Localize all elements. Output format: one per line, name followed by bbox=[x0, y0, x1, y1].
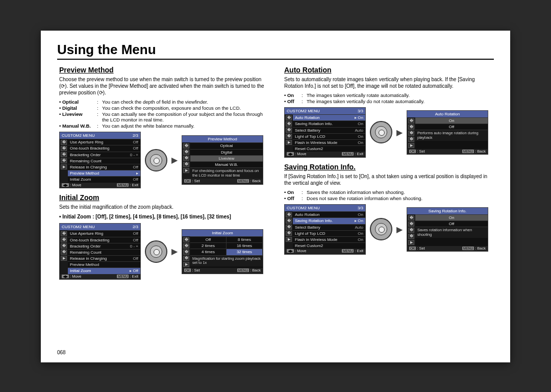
mode-tab-icon: � bbox=[61, 146, 67, 151]
lcd-custom2-preview: CUSTOM2 MENU2/3����▶Use Aperture RingOff… bbox=[59, 132, 141, 188]
mode-tab-icon: ▶ bbox=[61, 256, 67, 261]
menu-row: Release in ChargingOff bbox=[68, 255, 140, 261]
lcd-menu-list: Use Aperture RingOffOne-touch Bracketing… bbox=[68, 230, 140, 274]
lcd-title: Auto Rotation bbox=[407, 111, 488, 117]
mode-tab-icon: ▶ bbox=[408, 143, 414, 148]
zoom-option-cell: 4 times bbox=[190, 249, 227, 255]
arrow-right-icon: ▶ bbox=[396, 225, 403, 234]
lcd-option-list: OpticalDigitalLiveviewManual W.B.For che… bbox=[190, 142, 263, 179]
zoom-option-cell: 16 times bbox=[227, 242, 263, 249]
lcd-auto-rotation-sub: Auto Rotation����▶OnOffPerforms auto ima… bbox=[407, 110, 488, 155]
lcd-title: Initial Zoom bbox=[182, 230, 263, 236]
mode-tab-icon: � bbox=[183, 156, 189, 161]
lcd-mode-tabs: ����▶ bbox=[182, 236, 190, 268]
menu-row: Preview Method▸ bbox=[68, 170, 140, 176]
menu-row: Use Aperture RingOff bbox=[68, 139, 140, 145]
menu-row: Remaining Count bbox=[68, 249, 140, 255]
initial-zoom-screens: CUSTOM2 MENU2/3����▶Use Aperture RingOff… bbox=[59, 223, 269, 280]
saving-rotation-bullets: On:Saves the rotation information when s… bbox=[284, 189, 494, 201]
mode-tab-icon: � bbox=[61, 140, 67, 145]
mode-tab-icon: � bbox=[61, 231, 67, 236]
lcd-footer: OK: SetMENU: Back bbox=[182, 179, 263, 184]
mode-tab-icon: � bbox=[286, 218, 292, 224]
lcd-custom2-zoom: CUSTOM2 MENU2/3����▶Use Aperture RingOff… bbox=[59, 223, 141, 280]
menu-row: Initial ZoomOff bbox=[68, 176, 140, 182]
section-initial-zoom-heading: Initial Zoom bbox=[59, 193, 269, 202]
lcd-footer: ◀▶: MoveMENU: Exit bbox=[285, 249, 365, 254]
zoom-option-cell: 32 times bbox=[227, 249, 263, 255]
zoom-option-cell: 8 times bbox=[227, 236, 263, 242]
menu-row: Remaining Count bbox=[68, 158, 140, 164]
menu-row: Release in ChargingOff bbox=[68, 164, 140, 170]
mode-tab-icon: � bbox=[183, 162, 189, 167]
page-number: 068 bbox=[57, 350, 66, 355]
mode-tab-icon: ▶ bbox=[286, 237, 292, 242]
mode-tab-icon: � bbox=[408, 228, 414, 233]
lcd-footer: ◀▶: MoveMENU: Exit bbox=[60, 274, 140, 280]
mode-tab-icon: ▶ bbox=[183, 168, 189, 173]
option-row: Optical bbox=[190, 142, 263, 149]
preview-method-bullets: Optical:You can check the depth of field… bbox=[59, 99, 269, 129]
lcd-custom2-savingrotation: CUSTOM2 MENU3/3����▶Auto RotationOnSavin… bbox=[284, 204, 366, 255]
initial-zoom-options-label: Initial Zoom : bbox=[62, 214, 94, 219]
mode-tab-icon: � bbox=[286, 225, 292, 230]
right-column: Auto Rotation Sets to automatically rota… bbox=[282, 64, 494, 285]
lcd-mode-tabs: ����▶ bbox=[182, 142, 190, 179]
mode-tab-icon: � bbox=[408, 125, 414, 130]
lcd-help-text: Magnification for starting zoom playback… bbox=[190, 255, 263, 266]
lcd-zoom-grid: Off8 times2 times16 times4 times32 times… bbox=[190, 236, 263, 268]
menu-row: Light of Top LCDOn bbox=[293, 230, 365, 236]
mode-tab-icon: � bbox=[183, 256, 189, 261]
option-row: Off bbox=[415, 220, 488, 227]
menu-row: Reset Custom2 bbox=[293, 145, 365, 152]
lcd-option-list: OnOffSaves rotation information when sho… bbox=[415, 214, 488, 246]
mode-tab-icon: � bbox=[286, 115, 292, 120]
preview-method-screens: CUSTOM2 MENU2/3����▶Use Aperture RingOff… bbox=[59, 132, 269, 188]
lcd-menu-list: Auto RotationOnSaving Rotation Info.▸ On… bbox=[293, 211, 365, 249]
option-row: Liveview bbox=[190, 155, 263, 161]
mode-tab-icon: � bbox=[183, 237, 189, 242]
option-row: On bbox=[415, 117, 488, 124]
preview-method-para: Choose the preview method to use when th… bbox=[59, 76, 269, 96]
lcd-mode-tabs: ����▶ bbox=[407, 117, 415, 149]
menu-row: Select BatteryAuto bbox=[293, 127, 365, 133]
initial-zoom-para: Sets the initial magnification of the zo… bbox=[59, 204, 269, 210]
lcd-footer: OK: SetMENU: Back bbox=[407, 149, 488, 155]
menu-row: Select BatteryAuto bbox=[293, 224, 365, 230]
dial-icon bbox=[370, 121, 392, 143]
menu-row: Initial Zoom▸ Off bbox=[68, 267, 140, 274]
mode-tab-icon: � bbox=[408, 215, 414, 220]
saving-rotation-screens: CUSTOM2 MENU3/3����▶Auto RotationOnSavin… bbox=[284, 204, 494, 255]
mode-tab-icon: ▶ bbox=[286, 140, 292, 145]
lcd-mode-tabs: ����▶ bbox=[60, 230, 68, 274]
mode-tab-icon: � bbox=[286, 128, 292, 133]
option-row: On bbox=[415, 214, 488, 220]
arrow-right-icon: ▶ bbox=[396, 128, 403, 137]
option-row: Manual W.B. bbox=[190, 161, 263, 167]
mode-tab-icon: � bbox=[61, 243, 67, 249]
lcd-custom2-autorotation: CUSTOM2 MENU3/3����▶Auto Rotation▸ OnSav… bbox=[284, 107, 366, 158]
mode-tab-icon: � bbox=[61, 237, 67, 242]
lcd-menu-list: Use Aperture RingOffOne-touch Bracketing… bbox=[68, 139, 140, 182]
auto-rotation-screens: CUSTOM2 MENU3/3����▶Auto Rotation▸ OnSav… bbox=[284, 107, 494, 158]
menu-row: Flash in Wireless ModeOn bbox=[293, 236, 365, 242]
mode-tab-icon: ▶ bbox=[408, 240, 414, 245]
lcd-menu-list: Auto Rotation▸ OnSaving Rotation Info.On… bbox=[293, 114, 365, 152]
mode-tab-icon: � bbox=[286, 212, 292, 217]
dial-icon bbox=[370, 218, 392, 240]
mode-tab-icon: � bbox=[183, 243, 189, 249]
content-columns: Preview Method Choose the preview method… bbox=[57, 64, 494, 285]
mode-tab-icon: � bbox=[61, 158, 67, 163]
menu-row: Auto Rotation▸ On bbox=[293, 114, 365, 120]
menu-row: One-touch BracketingOff bbox=[68, 237, 140, 243]
section-preview-method-heading: Preview Method bbox=[59, 66, 269, 74]
mode-tab-icon: � bbox=[408, 118, 414, 124]
page-title: Using the Menu bbox=[57, 42, 494, 60]
lcd-mode-tabs: ����▶ bbox=[285, 211, 293, 249]
menu-row: Auto RotationOn bbox=[293, 211, 365, 217]
auto-rotation-para: Sets to automatically rotate images take… bbox=[284, 76, 494, 89]
lcd-preview-method-sub: Preview Method����▶OpticalDigitalLivevie… bbox=[182, 135, 263, 185]
menu-row: Use Aperture RingOff bbox=[68, 230, 140, 236]
lcd-title: CUSTOM2 MENU3/3 bbox=[285, 205, 365, 211]
initial-zoom-options-line: • Initial Zoom : [Off], [2 times], [4 ti… bbox=[59, 213, 269, 220]
